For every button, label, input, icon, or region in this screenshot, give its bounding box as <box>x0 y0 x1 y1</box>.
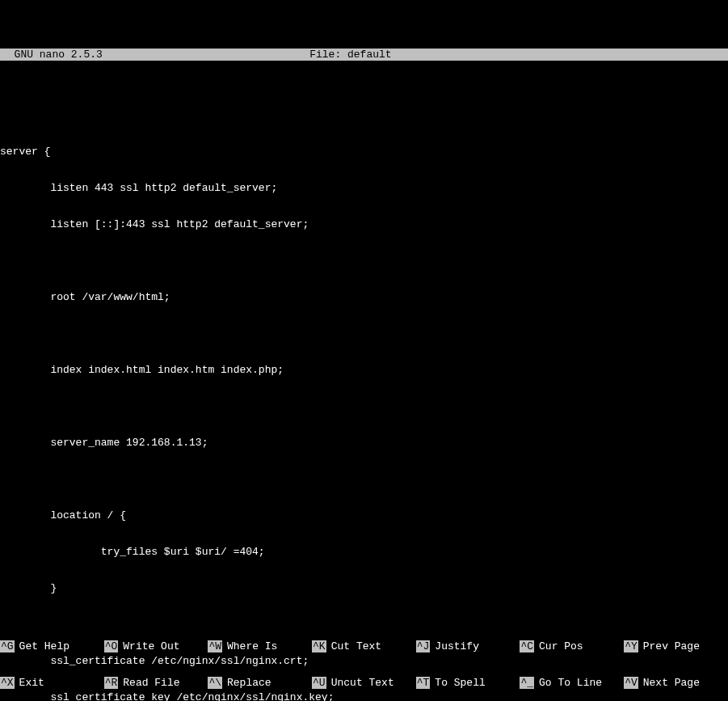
code-line <box>0 400 728 412</box>
shortcut-key: ^C <box>520 640 534 652</box>
shortcut-exit[interactable]: ^XExit <box>0 677 104 689</box>
shortcut-next-page[interactable]: ^VNext Page <box>624 677 728 689</box>
shortcut-go-to-line[interactable]: ^_Go To Line <box>520 677 624 689</box>
shortcut-label: Read File <box>123 677 179 689</box>
shortcut-label: Cut Text <box>331 640 381 652</box>
title-right <box>599 49 728 61</box>
shortcut-key: ^J <box>416 640 431 652</box>
shortcut-key: ^_ <box>520 677 534 689</box>
editor-area[interactable]: server { listen 443 ssl http2 default_se… <box>0 85 728 701</box>
code-line: try_files $uri $uri/ =404; <box>0 546 728 558</box>
code-line: listen 443 ssl http2 default_server; <box>0 182 728 194</box>
shortcut-label: Write Out <box>123 640 179 652</box>
shortcut-key: ^K <box>312 640 326 652</box>
code-line <box>0 473 728 485</box>
shortcut-key: ^T <box>416 677 431 689</box>
shortcut-key: ^O <box>104 640 119 652</box>
shortcut-bar: ^GGet Help ^OWrite Out ^WWhere Is ^KCut … <box>0 616 728 701</box>
shortcut-key: ^X <box>0 677 15 689</box>
shortcut-key: ^V <box>624 677 638 689</box>
shortcut-row-2: ^XExit ^RRead File ^\Replace ^UUncut Tex… <box>0 677 728 689</box>
shortcut-label: Get Help <box>19 640 69 652</box>
shortcut-label: Replace <box>227 677 271 689</box>
code-line: root /var/www/html; <box>0 291 728 303</box>
shortcut-label: Justify <box>435 640 479 652</box>
shortcut-prev-page[interactable]: ^YPrev Page <box>624 640 728 652</box>
shortcut-uncut-text[interactable]: ^UUncut Text <box>312 677 416 689</box>
shortcut-key: ^\ <box>208 677 222 689</box>
shortcut-cut-text[interactable]: ^KCut Text <box>312 640 416 652</box>
shortcut-write-out[interactable]: ^OWrite Out <box>104 640 208 652</box>
shortcut-to-spell[interactable]: ^TTo Spell <box>416 677 520 689</box>
code-line <box>0 109 728 121</box>
shortcut-label: To Spell <box>435 677 485 689</box>
code-line: server { <box>0 146 728 158</box>
shortcut-label: Uncut Text <box>331 677 394 689</box>
shortcut-label: Exit <box>19 677 44 689</box>
shortcut-label: Next Page <box>643 677 700 689</box>
app-name: GNU nano 2.5.3 <box>0 49 103 61</box>
shortcut-read-file[interactable]: ^RRead File <box>104 677 208 689</box>
code-line: location / { <box>0 509 728 522</box>
shortcut-justify[interactable]: ^JJustify <box>416 640 520 652</box>
code-line <box>0 255 728 267</box>
shortcut-key: ^Y <box>624 640 638 652</box>
shortcut-key: ^U <box>312 677 326 689</box>
shortcut-where-is[interactable]: ^WWhere Is <box>208 640 312 652</box>
code-line: } <box>0 582 728 594</box>
code-line: server_name 192.168.1.13; <box>0 437 728 449</box>
shortcut-key: ^G <box>0 640 15 652</box>
title-bar: GNU nano 2.5.3 File: default <box>0 49 728 61</box>
shortcut-key: ^W <box>208 640 222 652</box>
code-line: index index.html index.htm index.php; <box>0 364 728 376</box>
shortcut-label: Prev Page <box>643 640 700 652</box>
shortcut-label: Where Is <box>227 640 277 652</box>
shortcut-replace[interactable]: ^\Replace <box>208 677 312 689</box>
shortcut-label: Cur Pos <box>539 640 583 652</box>
code-line: listen [::]:443 ssl http2 default_server… <box>0 218 728 230</box>
code-line <box>0 327 728 340</box>
shortcut-cur-pos[interactable]: ^CCur Pos <box>520 640 624 652</box>
file-name: File: default <box>103 49 599 61</box>
shortcut-key: ^R <box>104 677 119 689</box>
shortcut-get-help[interactable]: ^GGet Help <box>0 640 104 652</box>
shortcut-label: Go To Line <box>539 677 602 689</box>
shortcut-row-1: ^GGet Help ^OWrite Out ^WWhere Is ^KCut … <box>0 640 728 652</box>
